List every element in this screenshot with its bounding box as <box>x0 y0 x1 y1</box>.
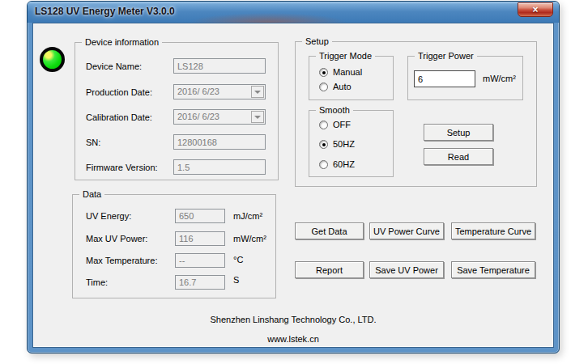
trigger-power-group-title: Trigger Power <box>415 50 477 62</box>
sn-label: SN: <box>86 138 100 147</box>
calibration-date-dropdown: 2016/ 6/23 <box>173 109 266 125</box>
calibration-date-value: 2016/ 6/23 <box>177 112 219 121</box>
read-button[interactable]: Read <box>424 148 493 165</box>
max-temperature-field <box>175 253 225 268</box>
smooth-50hz-label: 50HZ <box>333 139 355 149</box>
radio-icon <box>319 140 328 149</box>
smooth-off-label: OFF <box>333 120 351 129</box>
save-uv-power-button[interactable]: Save UV Power <box>369 261 444 278</box>
dropdown-arrow-icon <box>251 111 264 123</box>
desktop: LS128 UV Energy Meter V3.0.0 × Device in… <box>0 0 588 364</box>
close-icon: × <box>532 5 538 15</box>
smooth-off-radio[interactable]: OFF <box>319 120 351 129</box>
close-button[interactable]: × <box>518 2 553 17</box>
firmware-version-label: Firmware Version: <box>86 163 158 172</box>
trigger-mode-manual-radio[interactable]: Manual <box>319 67 362 77</box>
radio-icon <box>319 83 328 91</box>
dropdown-arrow-icon <box>251 86 264 98</box>
smooth-60hz-label: 60HZ <box>333 159 355 169</box>
trigger-mode-manual-label: Manual <box>333 67 362 77</box>
setup-group-title: Setup <box>302 36 332 48</box>
trigger-mode-group-title: Trigger Mode <box>316 50 375 62</box>
smooth-50hz-radio[interactable]: 50HZ <box>319 139 355 149</box>
device-info-group-title: Device information <box>82 36 162 49</box>
data-group-title: Data <box>79 188 104 201</box>
save-temperature-button[interactable]: Save Temperature <box>451 261 535 278</box>
radio-icon <box>319 68 328 77</box>
calibration-date-label: Calibration Date: <box>86 112 152 122</box>
get-data-button[interactable]: Get Data <box>295 222 364 239</box>
trigger-power-unit: mW/cm² <box>483 74 516 83</box>
company-name: Shenzhen Linshang Technology Co., LTD. <box>28 315 559 324</box>
uv-energy-field <box>175 209 225 223</box>
trigger-power-input[interactable] <box>414 70 475 87</box>
radio-icon <box>319 160 328 169</box>
trigger-mode-auto-radio[interactable]: Auto <box>319 82 352 91</box>
website-url: www.lstek.cn <box>28 334 559 344</box>
production-date-dropdown: 2016/ 6/23 <box>173 84 266 99</box>
production-date-value: 2016/ 6/23 <box>177 87 219 96</box>
titlebar[interactable]: LS128 UV Energy Meter V3.0.0 × <box>28 2 559 23</box>
device-name-field <box>173 58 266 74</box>
window-title: LS128 UV Energy Meter V3.0.0 <box>35 6 175 17</box>
uv-energy-label: UV Energy: <box>86 211 131 221</box>
device-name-label: Device Name: <box>86 61 142 71</box>
radio-icon <box>319 121 328 129</box>
temperature-curve-button[interactable]: Temperature Curve <box>451 222 535 239</box>
production-date-label: Production Date: <box>86 87 152 97</box>
firmware-version-field <box>173 159 266 175</box>
time-unit: S <box>233 275 239 285</box>
max-uv-power-unit: mW/cm² <box>233 234 266 243</box>
sn-field <box>173 134 266 150</box>
trigger-mode-group: Trigger Mode <box>309 56 394 100</box>
smooth-60hz-radio[interactable]: 60HZ <box>319 159 355 169</box>
app-window: LS128 UV Energy Meter V3.0.0 × Device in… <box>27 1 560 353</box>
max-uv-power-field <box>175 231 225 246</box>
connection-status-led-icon <box>40 47 65 72</box>
max-temperature-label: Max Temperature: <box>86 256 157 265</box>
uv-power-curve-button[interactable]: UV Power Curve <box>369 222 444 239</box>
report-button[interactable]: Report <box>295 261 364 278</box>
time-field <box>175 275 225 290</box>
trigger-mode-auto-label: Auto <box>333 82 352 91</box>
max-temperature-unit: °C <box>233 255 243 265</box>
smooth-group-title: Smooth <box>316 104 353 116</box>
time-label: Time: <box>86 277 108 287</box>
uv-energy-unit: mJ/cm² <box>233 211 262 221</box>
max-uv-power-label: Max UV Power: <box>86 234 147 243</box>
setup-button[interactable]: Setup <box>424 124 493 141</box>
